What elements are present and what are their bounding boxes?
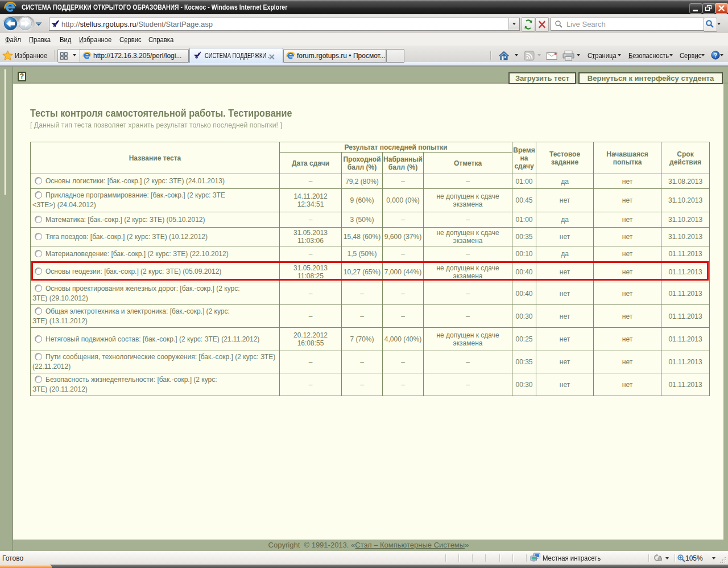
- svg-text:?: ?: [714, 52, 717, 59]
